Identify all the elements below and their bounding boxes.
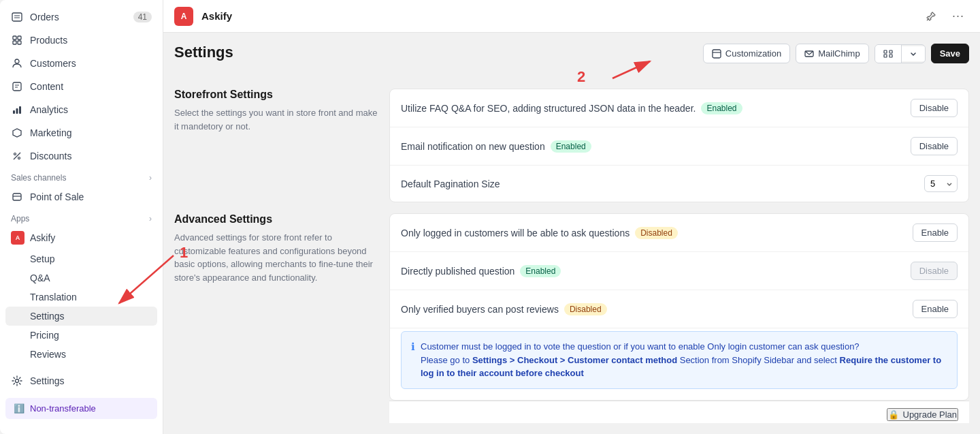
svg-rect-13 bbox=[19, 106, 21, 114]
sidebar-item-settings-main[interactable]: Settings bbox=[0, 369, 163, 392]
sidebar-item-products[interactable]: Products bbox=[0, 29, 163, 52]
lock-icon: 🔒 bbox=[888, 409, 899, 420]
svg-point-15 bbox=[18, 157, 20, 159]
sidebar-discounts-label: Discounts bbox=[30, 151, 71, 161]
storefront-row-1-button[interactable]: Disable bbox=[911, 137, 958, 155]
advanced-row-1-text: Directly published question bbox=[401, 266, 514, 277]
sidebar-item-orders[interactable]: Orders 41 bbox=[0, 5, 163, 29]
advanced-row-0-status: Disabled bbox=[635, 227, 678, 239]
storefront-row-2: Default Pagination Size 5 10 20 bbox=[390, 166, 968, 202]
advanced-row-2: Only verified buyers can post reviews Di… bbox=[390, 290, 968, 328]
storefront-row-1-action: Disable bbox=[911, 137, 958, 155]
svg-rect-6 bbox=[18, 41, 21, 44]
sidebar-item-analytics[interactable]: Analytics bbox=[0, 98, 163, 121]
advanced-card: Only logged in customers will be able to… bbox=[389, 213, 969, 401]
content-icon bbox=[11, 80, 23, 93]
app-title: Askify bbox=[201, 10, 912, 22]
storefront-row-2-text: Default Pagination Size bbox=[401, 179, 500, 189]
info-text-2: Please go to Settings > Checkout > Custo… bbox=[421, 355, 941, 379]
settings-gear-icon bbox=[11, 375, 23, 387]
page-title: Settings bbox=[174, 44, 233, 61]
main-area: A Askify ··· Settings Customization bbox=[163, 0, 980, 434]
sidebar-item-content[interactable]: Content bbox=[0, 75, 163, 98]
analytics-icon bbox=[11, 104, 23, 116]
storefront-row-1-status: Enabled bbox=[551, 140, 591, 153]
sales-channels-section[interactable]: Sales channels › bbox=[0, 168, 163, 185]
content-area: Settings Customization MailChimp bbox=[163, 33, 980, 434]
advanced-row-0-label: Only logged in customers will be able to… bbox=[401, 227, 913, 239]
storefront-left: Storefront Settings Select the settings … bbox=[174, 89, 378, 202]
sidebar-child-settings[interactable]: Settings bbox=[5, 307, 157, 326]
non-transferable-badge: ℹ️ Non-transferable bbox=[5, 398, 157, 419]
info-circle-icon: ℹ️ bbox=[14, 403, 24, 414]
extra-options-chevron-button[interactable] bbox=[902, 46, 925, 61]
sidebar-child-pricing[interactable]: Pricing bbox=[0, 326, 163, 345]
pagination-select[interactable]: 5 10 20 bbox=[924, 175, 958, 192]
sidebar-item-point-of-sale[interactable]: Point of Sale bbox=[0, 185, 163, 208]
svg-rect-27 bbox=[889, 55, 892, 57]
info-text: Customer must be logged in to vote the q… bbox=[421, 340, 947, 380]
storefront-row-0: Utilize FAQ Q&A for SEO, adding structur… bbox=[390, 89, 968, 127]
storefront-section: Storefront Settings Select the settings … bbox=[174, 89, 969, 202]
sidebar-analytics-label: Analytics bbox=[30, 104, 68, 115]
advanced-row-1-button[interactable]: Disable bbox=[911, 262, 958, 280]
svg-rect-26 bbox=[884, 55, 887, 57]
customization-button[interactable]: Customization bbox=[703, 44, 790, 63]
products-icon bbox=[11, 34, 23, 46]
svg-rect-12 bbox=[16, 108, 18, 114]
sidebar-item-discounts[interactable]: Discounts bbox=[0, 144, 163, 168]
info-box-wrapper: ℹ Customer must be logged in to vote the… bbox=[390, 331, 968, 400]
save-button[interactable]: Save bbox=[931, 44, 969, 63]
sidebar-item-askify[interactable]: A Askify bbox=[0, 226, 163, 249]
title-toolbar-row: Settings Customization MailChimp bbox=[174, 44, 969, 78]
sidebar-pos-label: Point of Sale bbox=[30, 191, 84, 202]
pricing-label: Pricing bbox=[30, 330, 59, 341]
topbar-actions: ··· bbox=[920, 5, 969, 27]
upgrade-label: Upgrade Plan bbox=[903, 409, 958, 420]
svg-rect-4 bbox=[18, 36, 21, 40]
apps-chevron: › bbox=[149, 214, 152, 223]
sidebar-customers-label: Customers bbox=[30, 58, 76, 69]
marketing-icon bbox=[11, 127, 23, 139]
sidebar-item-customers[interactable]: Customers bbox=[0, 52, 163, 75]
sidebar-content-label: Content bbox=[30, 81, 63, 92]
svg-rect-25 bbox=[889, 50, 892, 53]
mailchimp-button[interactable]: MailChimp bbox=[796, 44, 868, 63]
upgrade-plan-button[interactable]: 🔒 Upgrade Plan bbox=[887, 408, 959, 421]
svg-rect-11 bbox=[13, 110, 15, 114]
translation-label: Translation bbox=[30, 292, 77, 303]
extra-options-icon-button[interactable] bbox=[875, 45, 902, 63]
info-icon: ℹ bbox=[411, 341, 415, 380]
sales-channels-chevron: › bbox=[149, 173, 152, 183]
advanced-row-2-button[interactable]: Enable bbox=[913, 300, 958, 318]
pin-button[interactable] bbox=[920, 5, 942, 27]
sidebar-child-setup[interactable]: Setup bbox=[0, 249, 163, 268]
svg-rect-3 bbox=[13, 36, 16, 40]
sidebar-item-marketing[interactable]: Marketing bbox=[0, 121, 163, 144]
sidebar-products-label: Products bbox=[30, 35, 67, 46]
advanced-title: Advanced Settings bbox=[174, 213, 378, 226]
info-text-1: Customer must be logged in to vote the q… bbox=[421, 341, 860, 352]
svg-rect-5 bbox=[13, 41, 16, 44]
svg-point-19 bbox=[16, 379, 19, 383]
app-logo: A bbox=[174, 7, 193, 26]
svg-rect-24 bbox=[884, 50, 887, 53]
sidebar-settings-main-label: Settings bbox=[30, 375, 65, 386]
more-button[interactable]: ··· bbox=[947, 5, 969, 27]
advanced-row-0-button[interactable]: Enable bbox=[913, 223, 958, 242]
toolbar: Customization MailChimp bbox=[703, 44, 969, 63]
advanced-row-2-label: Only verified buyers can post reviews Di… bbox=[401, 303, 913, 315]
sidebar-orders-label: Orders bbox=[30, 12, 59, 22]
pos-icon bbox=[11, 191, 23, 203]
qa-label: Q&A bbox=[30, 273, 50, 283]
setup-label: Setup bbox=[30, 253, 55, 264]
svg-rect-17 bbox=[13, 193, 21, 200]
sidebar-child-translation[interactable]: Translation bbox=[0, 288, 163, 307]
sidebar-child-qa[interactable]: Q&A bbox=[0, 268, 163, 288]
apps-section[interactable]: Apps › bbox=[0, 208, 163, 226]
orders-icon bbox=[11, 11, 23, 23]
storefront-row-0-text: Utilize FAQ Q&A for SEO, adding structur… bbox=[401, 103, 696, 114]
sidebar-child-reviews[interactable]: Reviews bbox=[0, 345, 163, 364]
storefront-row-0-button[interactable]: Disable bbox=[911, 99, 958, 117]
customization-label: Customization bbox=[725, 48, 781, 59]
